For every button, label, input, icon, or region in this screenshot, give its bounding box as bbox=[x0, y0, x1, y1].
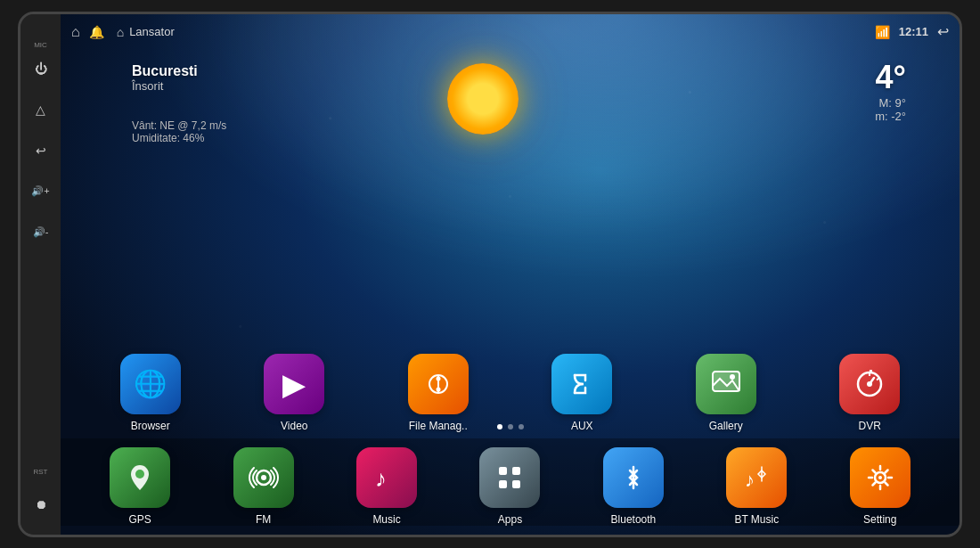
bluetooth-label: Bluetooth bbox=[611, 513, 657, 526]
svg-rect-19 bbox=[512, 480, 520, 488]
status-bar: ⌂ 🔔 ⌂ Lansator 📶 12:11 ↩ bbox=[61, 14, 960, 50]
rst-button[interactable]: ⏺ bbox=[29, 492, 53, 517]
svg-rect-17 bbox=[512, 467, 520, 475]
dvr-icon bbox=[839, 354, 900, 414]
setting-icon bbox=[850, 447, 911, 508]
app-gallery[interactable]: Gallery bbox=[686, 354, 766, 432]
clock: 12:11 bbox=[899, 25, 928, 38]
gps-label: GPS bbox=[129, 513, 151, 526]
music-label: Music bbox=[372, 513, 400, 526]
rst-label: RST bbox=[34, 468, 48, 476]
video-icon: ▶ bbox=[264, 354, 324, 414]
svg-line-30 bbox=[885, 470, 887, 472]
weather-widget: Bucuresti Însorit Vânt: NE @ 7,2 m/s Umi… bbox=[132, 63, 226, 144]
status-right: 📶 12:11 ↩ bbox=[875, 23, 949, 40]
temp-max-label: M: bbox=[878, 96, 891, 110]
app-dvr[interactable]: DVR bbox=[829, 354, 910, 432]
btmusic-icon: ♪ bbox=[726, 447, 787, 508]
fm-icon bbox=[233, 447, 294, 508]
weather-wind: Vânt: NE @ 7,2 m/s bbox=[132, 119, 226, 132]
home-button[interactable]: △ bbox=[29, 97, 53, 122]
power-button[interactable]: ⏻ bbox=[29, 56, 53, 81]
vol-down-button[interactable]: 🔊- bbox=[29, 220, 53, 245]
status-home-icon[interactable]: ⌂ bbox=[71, 24, 80, 40]
svg-line-31 bbox=[872, 482, 875, 485]
svg-point-2 bbox=[436, 376, 440, 380]
status-back-icon[interactable]: ↩ bbox=[937, 23, 949, 40]
weather-city: Bucuresti bbox=[132, 63, 226, 79]
filemanager-icon bbox=[408, 354, 469, 414]
svg-text:♪: ♪ bbox=[375, 465, 387, 492]
svg-point-14 bbox=[261, 475, 266, 480]
app-grid-top: 🌐 Browser ▶ Video File Manag.. bbox=[61, 354, 960, 432]
wifi-icon: 📶 bbox=[875, 25, 890, 39]
app-browser[interactable]: 🌐 Browser bbox=[110, 354, 191, 432]
gallery-label: Gallery bbox=[709, 420, 743, 432]
bluetooth-icon bbox=[603, 447, 664, 508]
music-icon: ♪ bbox=[356, 447, 417, 508]
video-label: Video bbox=[281, 420, 307, 432]
status-speaker-icon[interactable]: 🔔 bbox=[89, 25, 104, 39]
aux-icon bbox=[551, 354, 612, 414]
device-frame: MIC ⏻ △ ↩ 🔊+ 🔊- RST ⏺ ⌂ 🔔 ⌂ Lansator 📶 1… bbox=[18, 12, 962, 537]
launcher-home-icon: ⌂ bbox=[117, 25, 124, 39]
gallery-icon bbox=[696, 354, 756, 414]
side-buttons: MIC ⏻ △ ↩ 🔊+ 🔊- RST ⏺ bbox=[20, 14, 61, 535]
page-dots bbox=[497, 424, 524, 429]
setting-label: Setting bbox=[863, 513, 896, 526]
weather-description: Însorit bbox=[132, 79, 226, 93]
page-dot-3[interactable] bbox=[519, 424, 524, 429]
page-dot-1[interactable] bbox=[497, 424, 502, 429]
app-bluetooth[interactable]: Bluetooth bbox=[593, 447, 674, 526]
light-rays-decoration bbox=[61, 14, 960, 326]
main-screen: ⌂ 🔔 ⌂ Lansator 📶 12:11 ↩ Bucuresti Însor… bbox=[61, 14, 960, 535]
status-launcher[interactable]: ⌂ Lansator bbox=[117, 25, 175, 39]
page-dot-2[interactable] bbox=[508, 424, 513, 429]
app-allapps[interactable]: Apps bbox=[470, 447, 550, 526]
temp-range: M: 9° m: -2° bbox=[875, 96, 906, 123]
app-gps[interactable]: GPS bbox=[100, 447, 180, 526]
svg-line-29 bbox=[885, 482, 887, 485]
weather-humidity: Umiditate: 46% bbox=[132, 132, 226, 144]
svg-text:♪: ♪ bbox=[745, 469, 755, 491]
temp-min: -2° bbox=[891, 110, 906, 123]
allapps-label: Apps bbox=[498, 513, 522, 526]
svg-rect-16 bbox=[499, 467, 507, 475]
vol-up-button[interactable]: 🔊+ bbox=[29, 179, 53, 204]
allapps-icon bbox=[479, 447, 540, 508]
svg-point-12 bbox=[135, 470, 144, 478]
mic-label: MIC bbox=[34, 41, 47, 49]
svg-point-3 bbox=[436, 387, 440, 391]
temp-min-label: m: bbox=[875, 110, 887, 123]
app-setting[interactable]: Setting bbox=[840, 447, 920, 526]
btmusic-label: BT Music bbox=[734, 513, 779, 526]
svg-rect-18 bbox=[499, 480, 507, 488]
svg-point-23 bbox=[878, 476, 882, 479]
fm-label: FM bbox=[256, 513, 271, 526]
svg-line-9 bbox=[877, 378, 879, 380]
back-button[interactable]: ↩ bbox=[29, 138, 53, 163]
browser-label: Browser bbox=[131, 420, 170, 432]
temp-main: 4° bbox=[875, 59, 906, 96]
svg-line-28 bbox=[872, 470, 875, 472]
aux-label: AUX bbox=[571, 420, 593, 432]
app-fm[interactable]: FM bbox=[224, 447, 304, 526]
sun-decoration bbox=[447, 63, 519, 135]
gps-icon bbox=[110, 447, 170, 508]
app-btmusic[interactable]: ♪ BT Music bbox=[716, 447, 796, 526]
app-aux[interactable]: AUX bbox=[542, 354, 622, 432]
app-video[interactable]: ▶ Video bbox=[254, 354, 334, 432]
temp-max: 9° bbox=[895, 96, 906, 110]
browser-icon: 🌐 bbox=[120, 354, 181, 414]
temperature-widget: 4° M: 9° m: -2° bbox=[875, 59, 906, 123]
dvr-label: DVR bbox=[859, 420, 881, 432]
svg-point-5 bbox=[730, 374, 735, 380]
launcher-label: Lansator bbox=[129, 25, 175, 38]
app-grid-bottom: GPS FM ♪ bbox=[61, 438, 960, 526]
app-filemanager[interactable]: File Manag.. bbox=[398, 354, 478, 432]
app-music[interactable]: ♪ Music bbox=[347, 447, 427, 526]
filemanager-label: File Manag.. bbox=[409, 420, 468, 432]
